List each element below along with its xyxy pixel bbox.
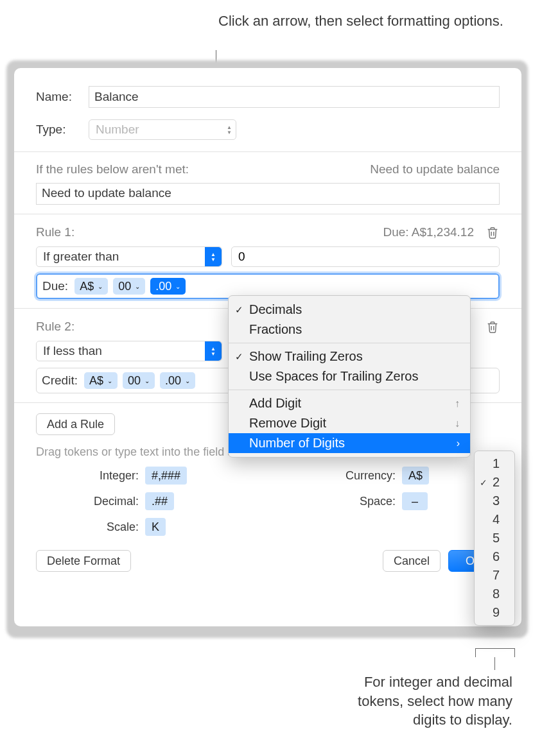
cancel-button[interactable]: Cancel (383, 550, 441, 572)
submenu-item-7[interactable]: 7 (475, 566, 514, 585)
chevron-down-icon: ⌄ (98, 283, 103, 290)
submenu-item-8[interactable]: 8 (475, 585, 514, 603)
arrow-down-icon: ↓ (455, 418, 460, 429)
check-icon: ✓ (235, 304, 243, 316)
currency-token[interactable]: A$⌄ (74, 278, 108, 295)
menu-item-decimals[interactable]: ✓ Decimals (229, 300, 470, 320)
rule1-value-input[interactable] (231, 246, 500, 267)
chevron-down-icon: ⌄ (185, 377, 190, 384)
submenu-item-5[interactable]: 5 (475, 529, 514, 547)
space-token-label: Space: (331, 495, 402, 508)
rule1-preview: Due: A$1,234.12 (383, 225, 474, 239)
rule1-format-prefix: Due: (42, 279, 69, 293)
updown-icon: ▲▼ (205, 341, 222, 361)
menu-item-fractions[interactable]: Fractions (229, 320, 470, 339)
decimal-sample-token[interactable]: .## (145, 492, 174, 510)
updown-icon: ▲▼ (205, 247, 222, 266)
callout-bottom: For integer and decimal tokens, select h… (345, 673, 512, 730)
menu-item-use-spaces-trailing[interactable]: Use Spaces for Trailing Zeros (229, 366, 470, 386)
name-input[interactable] (89, 86, 500, 108)
trash-icon[interactable] (485, 225, 500, 240)
fallback-input[interactable]: Need to update balance (36, 183, 500, 205)
menu-item-remove-digit[interactable]: Remove Digit ↓ (229, 413, 470, 433)
submenu-item-4[interactable]: 4 (475, 510, 514, 529)
integer-token[interactable]: 00⌄ (113, 278, 145, 295)
currency-token[interactable]: A$⌄ (84, 372, 118, 389)
submenu-item-2[interactable]: ✓2 (475, 473, 514, 492)
rule1-condition-select[interactable]: If greater than ▲▼ (36, 246, 222, 267)
fallback-label: If the rules below aren't met: (36, 162, 189, 176)
submenu-item-3[interactable]: 3 (475, 492, 514, 510)
decimal-token[interactable]: .00⌄ (150, 278, 186, 295)
submenu-item-6[interactable]: 6 (475, 547, 514, 566)
rule2-condition-value: If less than (37, 344, 206, 358)
rule2-format-prefix: Credit: (42, 374, 79, 388)
menu-item-show-trailing-zeros[interactable]: ✓ Show Trailing Zeros (229, 347, 470, 366)
chevron-down-icon: ⌄ (135, 283, 140, 290)
delete-format-button[interactable]: Delete Format (36, 550, 131, 572)
callout-bracket (475, 648, 515, 657)
updown-icon: ▲▼ (227, 125, 232, 135)
currency-sample-token[interactable]: A$ (402, 467, 429, 485)
rule1-label: Rule 1: (36, 225, 74, 239)
currency-token-label: Currency: (331, 469, 402, 483)
decimal-token-menu: ✓ Decimals Fractions ✓ Show Trailing Zer… (228, 295, 471, 458)
type-select-value: Number (89, 123, 146, 137)
arrow-up-icon: ↑ (455, 398, 460, 409)
scale-sample-token[interactable]: K (145, 518, 166, 536)
type-select[interactable]: Number ▲▼ (89, 119, 236, 140)
add-rule-button[interactable]: Add a Rule (36, 413, 115, 435)
submenu-item-1[interactable]: 1 (475, 454, 514, 473)
chevron-right-icon: › (457, 438, 460, 449)
menu-item-number-of-digits[interactable]: Number of Digits › (229, 433, 470, 453)
decimal-token[interactable]: .00⌄ (160, 372, 195, 389)
chevron-down-icon: ⌄ (175, 283, 180, 290)
check-icon: ✓ (480, 477, 487, 488)
rule2-label: Rule 2: (36, 320, 74, 334)
integer-sample-token[interactable]: #,### (145, 467, 187, 485)
token-palette: Integer: #,### Currency: A$ Decimal: .##… (49, 467, 500, 536)
submenu-item-9[interactable]: 9 (475, 603, 514, 622)
rule2-condition-select[interactable]: If less than ▲▼ (36, 341, 222, 361)
integer-token[interactable]: 00⌄ (123, 372, 155, 389)
space-sample-token[interactable]: – (402, 492, 428, 510)
chevron-down-icon: ⌄ (107, 377, 112, 384)
digits-submenu: 1✓23456789 (474, 451, 515, 626)
callout-top: Click an arrow, then select formatting o… (218, 12, 503, 31)
menu-item-add-digit[interactable]: Add Digit ↑ (229, 393, 470, 413)
rule1-condition-value: If greater than (37, 250, 206, 264)
callout-stem (494, 657, 495, 670)
chevron-down-icon: ⌄ (144, 377, 150, 384)
name-label: Name: (36, 90, 89, 104)
decimal-token-label: Decimal: (49, 495, 145, 508)
fallback-preview: Need to update balance (370, 162, 500, 176)
integer-token-label: Integer: (49, 469, 145, 483)
trash-icon[interactable] (485, 319, 500, 334)
scale-token-label: Scale: (49, 520, 145, 534)
check-icon: ✓ (235, 351, 243, 363)
type-label: Type: (36, 123, 89, 137)
